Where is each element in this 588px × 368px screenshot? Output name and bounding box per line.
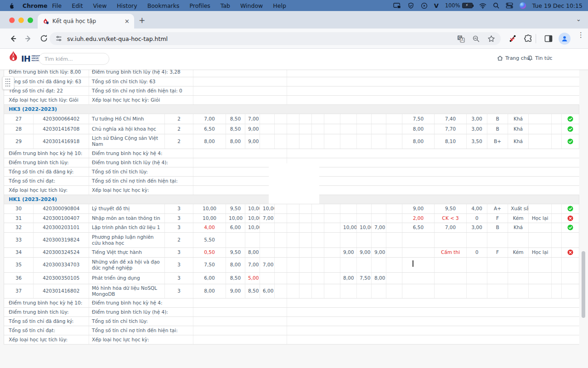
- score-cell: [529, 232, 552, 247]
- tab-title: Kết quả học tập: [52, 18, 122, 24]
- summary-label-right: Điểm trung bình học kỳ hệ 4:: [89, 298, 193, 307]
- extensions-puzzle-icon[interactable]: [524, 34, 533, 45]
- close-window-button[interactable]: [9, 17, 15, 23]
- scrollbar-thumb[interactable]: [582, 251, 585, 318]
- custom-extension-icon[interactable]: [508, 34, 517, 45]
- score-cell: 10,00: [245, 213, 260, 223]
- score-cell: 2,00: [402, 213, 435, 223]
- v-status-glyph[interactable]: V: [434, 2, 439, 9]
- url-text[interactable]: sv.iuh.edu.vn/ket-qua-hoc-tap.html: [67, 35, 450, 42]
- profile-avatar[interactable]: [559, 33, 571, 45]
- score-cell: [275, 114, 287, 124]
- score-cell: 8,50: [245, 284, 260, 298]
- menu-item-profiles[interactable]: Profiles: [189, 2, 210, 9]
- course-name: Phát triển ứng dụng: [89, 272, 165, 284]
- score-cell: 9,00: [245, 124, 260, 134]
- score-cell: [386, 213, 402, 223]
- score-cell: [386, 247, 402, 257]
- score-cell: [287, 247, 300, 257]
- menu-item-window[interactable]: Window: [240, 2, 263, 9]
- nav-news-link[interactable]: Tin tức: [527, 55, 552, 61]
- site-search[interactable]: [39, 53, 109, 65]
- summary-label-right: Tổng số tín chỉ tích lũy:: [89, 316, 193, 326]
- menu-item-edit[interactable]: Edit: [72, 2, 83, 9]
- shield-icon[interactable]: [407, 2, 414, 9]
- zoom-window-button[interactable]: [28, 17, 33, 23]
- battery-status[interactable]: 100% ⚡: [445, 2, 473, 9]
- menu-item-view[interactable]: View: [93, 2, 107, 9]
- omnibox[interactable]: sv.iuh.edu.vn/ket-qua-hoc-tap.html GA: [50, 32, 501, 45]
- course-row: 28420301416708Chủ nghĩa xã hội khoa học2…: [4, 124, 579, 134]
- tab-close-icon[interactable]: ✕: [124, 18, 130, 25]
- apple-menu-icon[interactable]: [8, 2, 14, 9]
- course-index: 31: [4, 213, 34, 223]
- score-cell: [552, 223, 562, 232]
- score-cell: [357, 257, 372, 272]
- search-input[interactable]: [44, 56, 112, 63]
- score-cell: [508, 232, 529, 247]
- back-button[interactable]: [8, 34, 17, 45]
- translate-icon[interactable]: GA: [457, 35, 465, 43]
- score-cell: [287, 232, 300, 247]
- site-settings-tune-icon[interactable]: [55, 35, 62, 42]
- status-cell: [562, 257, 579, 272]
- menu-item-history[interactable]: History: [117, 2, 137, 9]
- score-cell: 7,00: [435, 223, 467, 232]
- score-cell: 8,00: [372, 272, 386, 284]
- course-code: 420301416918: [34, 134, 89, 149]
- menu-item-file[interactable]: File: [52, 2, 62, 9]
- iuh-flame-icon: [6, 50, 20, 67]
- menu-item-help[interactable]: Help: [273, 2, 286, 9]
- score-cell: [402, 272, 435, 284]
- pass-status-icon: [562, 114, 579, 124]
- reload-button[interactable]: [40, 34, 48, 45]
- fail-status-icon: [562, 247, 579, 257]
- score-cell: Khá: [508, 114, 529, 124]
- score-cell: [275, 134, 287, 149]
- summary-label-right: Xếp loại học lực học kỳ: Giỏi: [89, 95, 193, 104]
- score-cell: [372, 257, 386, 272]
- score-cell: 3,00: [467, 223, 487, 232]
- drag-handle-widget[interactable]: [2, 76, 14, 90]
- score-cell: [275, 204, 287, 213]
- play-circle-icon[interactable]: [421, 2, 428, 9]
- spotlight-search-icon[interactable]: [493, 2, 499, 9]
- menubar-clock[interactable]: Tue 19 Dec 10:15: [532, 2, 582, 9]
- summary-label-left: Tổng số tín chỉ đạt:: [4, 176, 89, 185]
- bookmark-star-icon[interactable]: [487, 35, 495, 43]
- new-tab-button[interactable]: +: [139, 17, 145, 24]
- score-cell: [340, 124, 357, 134]
- menu-item-bookmarks[interactable]: Bookmarks: [147, 2, 180, 9]
- semester-summary-row: Điểm trung bình học kỳ hệ 10:Điểm trung …: [4, 298, 579, 307]
- score-cell: 0: [467, 213, 487, 223]
- nav-home-link[interactable]: Trang chủ: [497, 55, 530, 61]
- course-name: Mô hình hóa dữ liệu NoSQL MongoDB: [89, 284, 165, 298]
- chrome-menu-kebab-icon[interactable]: ⋮: [577, 33, 584, 37]
- score-cell: [287, 223, 300, 232]
- screen-mirroring-icon[interactable]: [393, 2, 401, 9]
- browser-tab[interactable]: Kết quả học tập ✕: [38, 14, 134, 29]
- course-row: 33420300319824Phương pháp luận nghiên cứ…: [4, 232, 579, 247]
- zoom-out-icon[interactable]: [472, 35, 480, 43]
- tab-strip-chevron-icon[interactable]: ⌄: [576, 16, 581, 23]
- pass-status-icon: [562, 204, 579, 213]
- score-cell: 6,00: [226, 223, 245, 232]
- score-cell: [552, 284, 562, 298]
- course-row: 30420300090804Lý thuyết đồ thị310,009,50…: [4, 204, 579, 213]
- score-cell: [386, 257, 402, 272]
- minimize-window-button[interactable]: [18, 17, 24, 23]
- score-cell: [275, 247, 287, 257]
- score-cell: 7,40: [435, 114, 467, 124]
- side-panel-icon[interactable]: [544, 34, 553, 45]
- siri-icon[interactable]: [520, 2, 526, 9]
- score-cell: 10,00: [245, 204, 260, 213]
- control-center-icon[interactable]: [506, 2, 513, 9]
- wifi-icon[interactable]: [479, 3, 486, 9]
- score-cell: [300, 284, 312, 298]
- summary-label-right: Tổng số tín chỉ nợ tính đến hiện tại: 0: [89, 86, 193, 95]
- active-app-name[interactable]: Chrome: [23, 2, 47, 9]
- score-cell: 7,50: [357, 272, 372, 284]
- menu-item-tab[interactable]: Tab: [220, 2, 230, 9]
- forward-button[interactable]: [24, 34, 33, 45]
- course-name: Phương pháp luận nghiên cứu khoa học: [89, 232, 165, 247]
